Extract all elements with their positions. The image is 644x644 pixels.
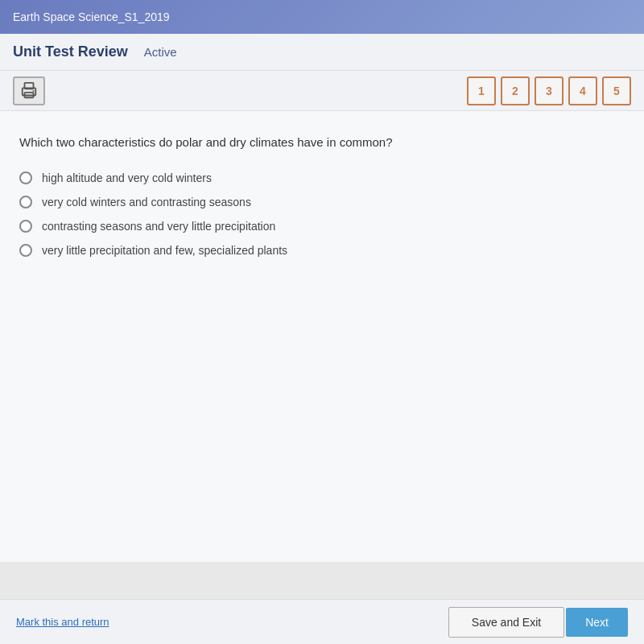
option-label-4: very little precipitation and few, speci… [42,244,287,257]
page-btn-1[interactable]: 1 [467,76,496,105]
print-button[interactable] [13,76,45,105]
radio-option-1[interactable] [19,171,32,184]
list-item[interactable]: very little precipitation and few, speci… [19,244,625,257]
page-btn-2[interactable]: 2 [501,76,530,105]
status-badge: Active [144,45,177,59]
pagination: 1 2 3 4 5 [467,76,631,105]
footer-actions: Save and Exit Next [448,607,628,638]
footer: Mark this and return Save and Exit Next [0,599,644,644]
radio-option-2[interactable] [19,196,32,208]
save-exit-button[interactable]: Save and Exit [448,607,564,638]
top-bar: Earth Space Science_S1_2019 [0,0,644,34]
option-label-1: high altitude and very cold winters [42,171,212,184]
page-title: Unit Test Review [13,43,128,60]
question-text: Which two characteristics do polar and d… [19,134,625,152]
radio-option-3[interactable] [19,220,32,233]
svg-point-3 [33,90,35,92]
page-btn-4[interactable]: 4 [568,76,597,105]
page-btn-3[interactable]: 3 [535,76,564,105]
app-title: Earth Space Science_S1_2019 [13,10,170,23]
option-label-3: contrasting seasons and very little prec… [42,220,275,233]
main-content: Which two characteristics do polar and d… [0,111,644,562]
list-item[interactable]: very cold winters and contrasting season… [19,196,625,208]
options-list: high altitude and very cold winters very… [19,171,625,257]
next-button[interactable]: Next [566,608,628,637]
sub-header: Unit Test Review Active [0,34,644,71]
toolbar: 1 2 3 4 5 [0,71,644,111]
mark-return-button[interactable]: Mark this and return [16,616,109,628]
print-icon [20,82,38,100]
list-item[interactable]: high altitude and very cold winters [19,171,625,184]
radio-option-4[interactable] [19,244,32,257]
option-label-2: very cold winters and contrasting season… [42,196,251,208]
page-btn-5[interactable]: 5 [602,76,631,105]
list-item[interactable]: contrasting seasons and very little prec… [19,220,625,233]
